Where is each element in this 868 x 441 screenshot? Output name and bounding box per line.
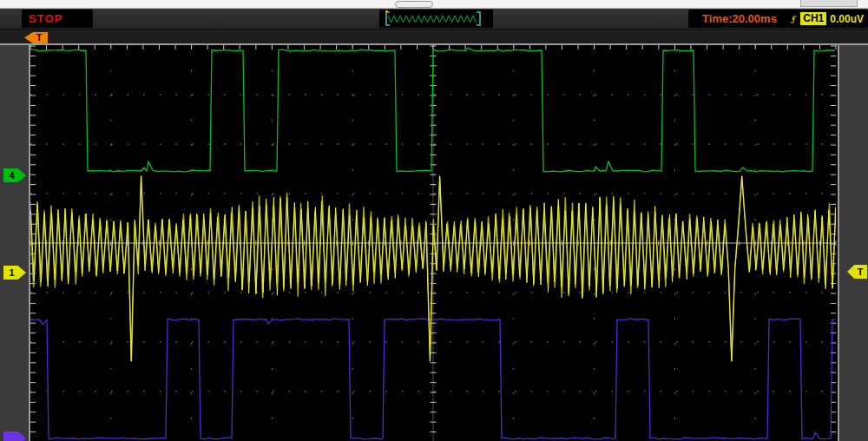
window-corner-box [800, 0, 858, 7]
run-status-badge[interactable]: STOP [22, 10, 93, 28]
oscilloscope-app: STOP Time:20.00ms CH1 0.00uV T 4 1 T [0, 0, 868, 441]
toolbar: STOP Time:20.00ms CH1 0.00uV [0, 9, 868, 30]
trigger-position-strip [0, 30, 868, 43]
trigger-channel-chip: CH1 [800, 12, 826, 25]
scrollbar-thumb[interactable] [395, 1, 433, 8]
plot-frame [29, 45, 839, 441]
rising-edge-trigger-icon [790, 11, 797, 27]
waveform-preview-thumbnail [379, 10, 493, 28]
background-window-strip [0, 0, 868, 9]
trigger-level-value: 0.00uV [830, 13, 864, 25]
right-gutter [839, 45, 868, 441]
left-gutter [0, 45, 29, 441]
trigger-readout: CH1 0.00uV [786, 10, 868, 28]
waveform-preview[interactable] [379, 10, 493, 28]
timebase-readout: Time:20.00ms [688, 10, 791, 28]
